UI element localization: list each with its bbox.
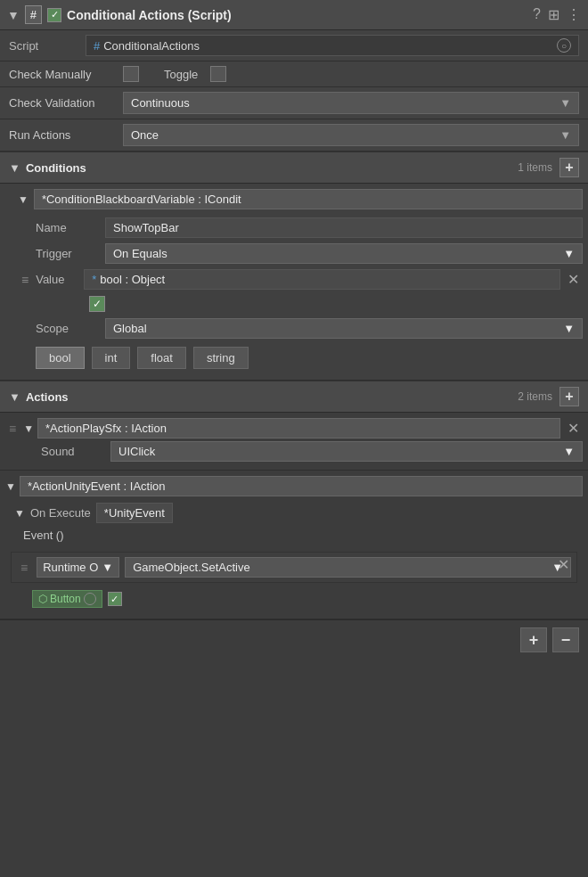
- condition-value-row: ≡ Value * bool : Object ✕: [18, 266, 583, 292]
- action2-arrow-icon[interactable]: ▼: [5, 480, 16, 493]
- check-validation-dropdown[interactable]: Continuous ▼: [123, 92, 579, 114]
- conditions-section-header: ▼ Conditions 1 items +: [0, 152, 588, 184]
- action1-sound-value: UIClick: [118, 445, 155, 458]
- drag-handle-icon[interactable]: ≡: [18, 273, 32, 287]
- condition-scope-dropdown[interactable]: Global ▼: [105, 318, 583, 339]
- event-label: Event (): [14, 526, 574, 545]
- conditions-add-button[interactable]: +: [559, 158, 579, 177]
- check-validation-value: Continuous: [131, 96, 190, 110]
- panel: ▼ # ✓ Conditional Actions (Script) ? ⊞ ⋮…: [0, 0, 588, 660]
- cube-icon: ⬡: [38, 593, 47, 605]
- actions-add-button[interactable]: +: [559, 387, 579, 406]
- hash-icon: #: [25, 5, 42, 24]
- on-execute-arrow-icon[interactable]: ▼: [14, 507, 25, 520]
- add-item-button[interactable]: +: [520, 627, 547, 652]
- button-target-circle-icon[interactable]: [84, 593, 96, 605]
- button-target-row: ⬡ Button ✓: [5, 586, 583, 613]
- condition-name-input[interactable]: ShowTopBar: [105, 217, 583, 238]
- action2-header-row: ▼ *ActionUnityEvent : IAction: [5, 476, 583, 496]
- unity-event-section: ▼ On Execute *UnityEvent Event (): [5, 496, 583, 548]
- condition-name-row: Name ShowTopBar: [18, 215, 583, 241]
- action1-sound-arrow-icon: ▼: [563, 445, 575, 458]
- help-icon[interactable]: ?: [533, 6, 541, 23]
- condition-trigger-arrow-icon: ▼: [563, 247, 575, 260]
- conditions-count: 1 items: [518, 161, 552, 174]
- action1-sound-row: Sound UIClick ▼: [5, 438, 583, 464]
- condition-scope-row: Scope Global ▼: [18, 316, 583, 341]
- run-actions-arrow-icon: ▼: [559, 128, 571, 142]
- settings-icon[interactable]: ⊞: [548, 6, 559, 23]
- condition-scope-label: Scope: [36, 322, 98, 335]
- runtime-row: ≡ Runtime O ▼ GameObject.SetActive ▼ ✕: [11, 552, 577, 583]
- condition-trigger-dropdown[interactable]: On Equals ▼: [105, 243, 583, 264]
- condition-trigger-row: Trigger On Equals ▼: [18, 241, 583, 266]
- script-row: Script # ConditionalActions ○: [0, 30, 588, 61]
- header-icons: ? ⊞ ⋮: [533, 6, 581, 23]
- collapse-arrow-icon[interactable]: ▼: [7, 8, 20, 22]
- actions-title: Actions: [26, 390, 518, 404]
- run-actions-dropdown[interactable]: Once ▼: [123, 124, 579, 146]
- action1-type[interactable]: *ActionPlaySfx : IAction: [37, 418, 560, 438]
- toggle-checkbox[interactable]: [210, 66, 226, 82]
- action2-type[interactable]: *ActionUnityEvent : IAction: [20, 476, 583, 496]
- script-name: ConditionalActions: [103, 39, 200, 53]
- action-item-2: ▼ *ActionUnityEvent : IAction ▼ On Execu…: [0, 471, 588, 619]
- button-icon[interactable]: ⬡ Button: [32, 590, 102, 608]
- on-execute-value[interactable]: *UnityEvent: [96, 503, 173, 523]
- run-actions-value: Once: [131, 128, 159, 142]
- condition-bool-value-row: ✓: [18, 292, 583, 316]
- enabled-checkbox[interactable]: ✓: [47, 8, 61, 22]
- action1-header-row: ≡ ▼ *ActionPlaySfx : IAction ✕: [5, 418, 583, 438]
- actions-collapse-icon[interactable]: ▼: [9, 390, 20, 404]
- type-float-button[interactable]: float: [137, 347, 186, 369]
- action1-sound-dropdown[interactable]: UIClick ▼: [110, 441, 583, 462]
- condition-value-input[interactable]: * bool : Object: [84, 269, 560, 290]
- action1-drag-handle-icon[interactable]: ≡: [5, 422, 20, 436]
- actions-section-header: ▼ Actions 2 items +: [0, 381, 588, 413]
- condition-scope-arrow-icon: ▼: [563, 322, 575, 335]
- type-bool-button[interactable]: bool: [36, 347, 85, 369]
- runtime-dropdown[interactable]: Runtime O ▼: [37, 557, 119, 578]
- condition-trigger-value: On Equals: [113, 247, 167, 260]
- condition-value-text: bool : Object: [100, 273, 165, 286]
- condition-trigger-label: Trigger: [36, 247, 98, 260]
- script-value[interactable]: # ConditionalActions ○: [86, 35, 579, 56]
- condition-name-label: Name: [36, 221, 98, 234]
- check-manually-checkbox[interactable]: [123, 66, 139, 82]
- script-label: Script: [9, 39, 80, 53]
- bool-value-checkbox[interactable]: ✓: [89, 296, 105, 312]
- conditions-collapse-icon[interactable]: ▼: [9, 161, 20, 175]
- runtime-drag-handle-icon[interactable]: ≡: [17, 561, 31, 575]
- on-execute-row: ▼ On Execute *UnityEvent: [14, 500, 574, 526]
- script-hash-icon: #: [94, 39, 100, 53]
- condition-header-row: ▼ *ConditionBlackboardVariable : ICondit: [18, 189, 583, 209]
- condition-value-remove-button[interactable]: ✕: [564, 271, 583, 288]
- remove-item-button[interactable]: −: [552, 627, 579, 652]
- action2-bool-checkbox[interactable]: ✓: [108, 592, 122, 606]
- menu-icon[interactable]: ⋮: [567, 6, 581, 23]
- condition-item-type[interactable]: *ConditionBlackboardVariable : ICondit: [34, 189, 583, 209]
- conditions-title: Conditions: [26, 161, 518, 175]
- action1-arrow-icon[interactable]: ▼: [23, 422, 34, 435]
- type-buttons-row: bool int float string: [18, 341, 583, 374]
- header-bar: ▼ # ✓ Conditional Actions (Script) ? ⊞ ⋮: [0, 0, 588, 30]
- check-manually-label: Check Manually: [9, 68, 116, 81]
- action-item-1: ≡ ▼ *ActionPlaySfx : IAction ✕ Sound UIC…: [0, 413, 588, 471]
- action2-remove-button[interactable]: ✕: [554, 556, 573, 573]
- script-target-icon[interactable]: ○: [557, 38, 571, 53]
- run-actions-label: Run Actions: [9, 128, 116, 142]
- condition-item-arrow-icon[interactable]: ▼: [18, 193, 29, 206]
- panel-title: Conditional Actions (Script): [67, 8, 527, 22]
- condition-scope-value: Global: [113, 322, 147, 335]
- button-label: Button: [50, 593, 81, 605]
- runtime-arrow-icon: ▼: [102, 561, 113, 574]
- value-star-icon: *: [92, 273, 96, 286]
- function-dropdown[interactable]: GameObject.SetActive ▼: [125, 557, 571, 578]
- action1-remove-button[interactable]: ✕: [564, 420, 583, 437]
- actions-count: 2 items: [518, 390, 552, 403]
- type-int-button[interactable]: int: [92, 347, 131, 369]
- runtime-value: Runtime O: [43, 561, 98, 574]
- run-actions-row: Run Actions Once ▼: [0, 119, 588, 152]
- type-string-button[interactable]: string: [193, 347, 249, 369]
- action1-sound-label: Sound: [41, 445, 103, 458]
